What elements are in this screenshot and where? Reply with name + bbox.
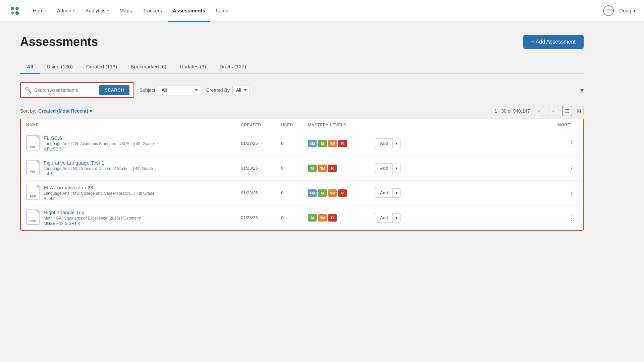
more-cell: ⋮ <box>557 163 578 174</box>
mastery-nm-badge: NM <box>318 165 327 172</box>
more-cell: ⋮ <box>557 138 578 149</box>
col-mastery: MASTERY LEVELS <box>308 123 375 127</box>
mastery-m-badge: M <box>318 140 327 147</box>
table-row: PDF FL.SC.6 Language Arts | TN: Academic… <box>21 131 583 156</box>
more-options-button[interactable]: ⋮ <box>565 188 578 198</box>
created-cell: 01/23/25 <box>241 166 281 171</box>
mastery-m-badge: M <box>308 214 317 222</box>
admin-chevron-icon: ▾ <box>73 8 75 13</box>
assessment-name[interactable]: FL.SC.6 <box>44 135 154 141</box>
nav-item-assessments[interactable]: Assessments <box>168 5 210 16</box>
assessment-meta: Language Arts | MS: College and Career R… <box>44 191 154 196</box>
name-cell: PDF ELA Formative Jan 23 Language Arts |… <box>26 185 241 201</box>
app-logo[interactable] <box>8 4 21 17</box>
created-cell: 01/23/25 <box>241 190 281 195</box>
table-row: PDF Figurative Language Test 1 Language … <box>21 156 583 181</box>
created-by-select[interactable]: All <box>232 85 250 95</box>
mastery-cell: M NM R <box>308 214 375 222</box>
mastery-cell: M NM R <box>308 165 375 172</box>
mastery-r-badge: R <box>328 165 337 172</box>
add-row-button[interactable]: Add <box>375 213 392 223</box>
nav-item-admin[interactable]: Admin ▾ <box>52 5 79 16</box>
more-options-button[interactable]: ⋮ <box>565 163 578 174</box>
tab-drafts[interactable]: Drafts (137) <box>213 60 253 73</box>
nav-items: Home Admin ▾ Analytics ▾ Maps Trackers A… <box>28 5 603 16</box>
mastery-r-badge: R <box>338 140 347 147</box>
assessment-name[interactable]: ELA Formative Jan 23 <box>44 185 154 190</box>
add-row-dropdown-button[interactable]: ▾ <box>392 139 400 148</box>
prev-page-button[interactable]: ‹ <box>534 106 544 116</box>
sort-control: Sort by: Created (Most Recent) ▾ <box>20 108 92 114</box>
mastery-xm-badge: XM <box>308 189 317 197</box>
help-button[interactable]: ? <box>603 5 614 16</box>
nav-right: ? Doug ▾ <box>603 5 636 16</box>
add-assessment-button[interactable]: + Add Assessment <box>523 35 584 49</box>
col-used: USED <box>281 123 308 127</box>
search-input[interactable] <box>34 87 97 93</box>
doc-icon-pdf: PDF <box>26 185 40 200</box>
assessment-code[interactable]: RL.4.9 <box>44 196 154 201</box>
pagination: 1 - 30 of 940,147 ‹ › ☰ ⊞ <box>494 106 584 116</box>
mastery-cell: XM M NM R <box>308 140 375 147</box>
next-page-button[interactable]: › <box>548 106 558 116</box>
action-cell: Add ▾ <box>375 138 557 148</box>
action-cell: Add ▾ <box>375 213 557 223</box>
add-row-button[interactable]: Add <box>375 188 392 198</box>
assessment-code[interactable]: L.4.5 <box>44 172 153 176</box>
mastery-xm-badge: XM <box>308 140 317 147</box>
nav-item-items[interactable]: Items <box>211 5 233 16</box>
table-header: NAME CREATED USED MASTERY LEVELS MORE <box>21 119 583 131</box>
nav-item-analytics[interactable]: Analytics ▾ <box>81 5 114 16</box>
name-cell: DOC Right Triangle Trig Math | GA: Stand… <box>26 209 241 226</box>
col-created: CREATED <box>241 123 281 127</box>
user-name: Doug <box>619 8 631 13</box>
user-menu[interactable]: Doug ▾ <box>619 8 636 14</box>
tab-all[interactable]: All <box>20 60 40 73</box>
assessment-meta: Language Arts | TN: Academic Standards U… <box>44 141 154 146</box>
more-options-button[interactable]: ⋮ <box>565 213 578 223</box>
more-options-button[interactable]: ⋮ <box>565 138 578 149</box>
nav-item-maps[interactable]: Maps <box>115 5 137 16</box>
tab-using[interactable]: Using (130) <box>40 60 79 73</box>
add-row-button[interactable]: Add <box>375 163 392 173</box>
created-cell: 01/23/25 <box>241 141 281 146</box>
add-row-dropdown-button[interactable]: ▾ <box>392 164 400 173</box>
subject-filter: Subject All Language Arts Math Science <box>140 85 201 95</box>
add-row-dropdown-button[interactable]: ▾ <box>392 188 400 198</box>
add-row-dropdown-button[interactable]: ▾ <box>392 213 400 223</box>
assessment-code[interactable]: MGSE9-12.G.SRT.8 <box>44 221 141 226</box>
mastery-nm-badge: NM <box>328 140 337 147</box>
mastery-m-badge: M <box>318 189 327 197</box>
used-cell: 0 <box>281 190 308 195</box>
tabs-bar: All Using (130) Created (113) Bookmarked… <box>20 60 584 74</box>
mastery-cell: XM M NM R <box>308 189 375 197</box>
nav-item-trackers[interactable]: Trackers <box>138 5 167 16</box>
created-cell: 01/23/25 <box>241 215 281 220</box>
tab-created[interactable]: Created (113) <box>79 60 124 73</box>
navbar: Home Admin ▾ Analytics ▾ Maps Trackers A… <box>0 0 644 21</box>
analytics-chevron-icon: ▾ <box>107 8 109 13</box>
grid-view-icon: ⊞ <box>577 108 581 114</box>
nav-item-home[interactable]: Home <box>28 5 51 16</box>
search-button[interactable]: SEARCH <box>99 85 129 95</box>
assessment-table: NAME CREATED USED MASTERY LEVELS MORE PD… <box>20 119 584 231</box>
search-box: 🔍 SEARCH <box>20 82 134 98</box>
assessment-name[interactable]: Right Triangle Trig <box>44 209 141 215</box>
mastery-r-badge: R <box>328 214 337 222</box>
list-controls: Sort by: Created (Most Recent) ▾ 1 - 30 … <box>20 106 584 116</box>
page-header: Assessments + Add Assessment <box>20 35 584 49</box>
add-row-button[interactable]: Add <box>375 138 392 148</box>
grid-view-button[interactable]: ⊞ <box>574 106 584 116</box>
mastery-r-badge: R <box>338 189 347 197</box>
subject-select[interactable]: All Language Arts Math Science <box>158 85 201 95</box>
list-view-button[interactable]: ☰ <box>562 106 572 116</box>
search-icon: 🔍 <box>25 87 32 93</box>
action-cell: Add ▾ <box>375 163 557 173</box>
tab-updates[interactable]: Updates (3) <box>173 60 213 73</box>
expand-filters-button[interactable]: ▾ <box>580 86 584 94</box>
sort-link[interactable]: Created (Most Recent) ▾ <box>38 108 92 114</box>
tab-bookmarked[interactable]: Bookmarked (6) <box>124 60 173 73</box>
assessment-name[interactable]: Figurative Language Test 1 <box>44 160 153 166</box>
search-section: 🔍 SEARCH Subject All Language Arts Math … <box>20 82 584 98</box>
assessment-code[interactable]: 4.FL.SC.6 <box>44 147 154 152</box>
